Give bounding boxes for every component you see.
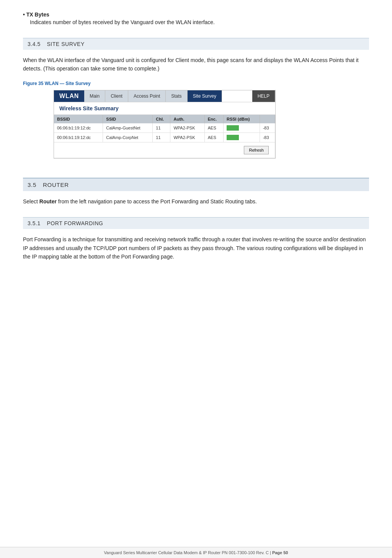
row2-chl: 11 — [153, 133, 170, 142]
bullet-desc: Indicates number of bytes received by th… — [30, 18, 369, 26]
col-ssid: SSID — [103, 115, 153, 123]
row1-rssi: -83 — [260, 123, 275, 133]
col-bssid: BSSID — [54, 115, 103, 123]
section-351-title: PORT FORWARDING — [47, 220, 103, 226]
col-rssi: RSSI (dBm) — [223, 115, 260, 123]
table-row: 06:06:b1:19:12:dc CalAmp-GuestNet 11 WPA… — [54, 123, 275, 133]
section-351-text: Port Forwarding is a technique for trans… — [23, 235, 369, 261]
row1-enc: AES — [204, 123, 223, 133]
col-empty — [260, 115, 275, 123]
section-345-num: 3.4.5 — [28, 41, 41, 47]
row2-bssid: 00:06:b1:19:12:dc — [54, 133, 103, 142]
row2-signal — [223, 133, 260, 142]
wlan-mockup: WLAN Main Client Access Point Stats Site… — [54, 90, 276, 159]
row2-rssi: -83 — [260, 133, 275, 142]
row1-chl: 11 — [153, 123, 170, 133]
bullet-section: TX Bytes Indicates number of bytes recei… — [23, 11, 369, 26]
section-35-header: 3.5 ROUTER — [23, 178, 369, 191]
row2-enc: AES — [204, 133, 223, 142]
wlan-logo: WLAN — [54, 90, 84, 102]
table-row: 00:06:b1:19:12:dc CalAmp-CorpNet 11 WPA2… — [54, 133, 275, 142]
wlan-tab-client[interactable]: Client — [105, 90, 128, 102]
footer-page: Page 50 — [272, 550, 288, 555]
section-345-text: When the WLAN interface of the Vanguard … — [23, 56, 369, 73]
section-345-header: 3.4.5 SITE SURVEY — [23, 38, 369, 50]
signal-bar-2 — [227, 135, 239, 140]
section-345-title: SITE SURVEY — [47, 41, 85, 47]
footer-bar: Vanguard Series Multicarrier Cellular Da… — [0, 547, 392, 558]
refresh-cell: Refresh — [54, 142, 275, 158]
section-345-body: When the WLAN interface of the Vanguard … — [23, 56, 369, 73]
col-chl: Chl. — [153, 115, 170, 123]
section-35-title: ROUTER — [43, 182, 69, 188]
bullet-label: TX Bytes — [23, 11, 369, 18]
footer-text: Vanguard Series Multicarrier Cellular Da… — [104, 550, 269, 555]
wlan-tab-sitesurvey[interactable]: Site Survey — [188, 90, 222, 102]
wlan-title-bar: Wireless Site Summary — [54, 102, 275, 115]
footer-separator: | — [270, 550, 271, 555]
wlan-tab-main[interactable]: Main — [84, 90, 105, 102]
wlan-tab-accesspoint[interactable]: Access Point — [128, 90, 166, 102]
bullet-item-txbytes: TX Bytes Indicates number of bytes recei… — [23, 11, 369, 26]
wlan-nav-bar: WLAN Main Client Access Point Stats Site… — [54, 90, 275, 102]
section-35-body: Select Router from the left navigation p… — [23, 197, 369, 206]
section-351-header: 3.5.1 PORT FORWARDING — [23, 217, 369, 229]
wlan-table-header-row: BSSID SSID Chl. Auth. Enc. RSSI (dBm) — [54, 115, 275, 123]
section-35-bold: Router — [39, 198, 57, 205]
section-351-num: 3.5.1 — [28, 220, 41, 226]
row1-auth: WPA2-PSK — [170, 123, 204, 133]
wlan-tab-stats[interactable]: Stats — [166, 90, 187, 102]
section-35-text: Select Router from the left navigation p… — [23, 197, 369, 206]
wlan-table-title: Wireless Site Summary — [59, 105, 119, 111]
section-351-body: Port Forwarding is a technique for trans… — [23, 235, 369, 261]
col-auth: Auth. — [170, 115, 204, 123]
figure-35-caption: Figure 35 WLAN — Site Survey — [23, 81, 369, 86]
refresh-button[interactable]: Refresh — [244, 146, 269, 154]
row1-signal — [223, 123, 260, 133]
row1-bssid: 06:06:b1:19:12:dc — [54, 123, 103, 133]
wlan-footer-row: Refresh — [54, 142, 275, 158]
col-enc: Enc. — [204, 115, 223, 123]
wlan-site-survey-table: BSSID SSID Chl. Auth. Enc. RSSI (dBm) 06… — [54, 115, 275, 158]
signal-bar-1 — [227, 125, 239, 131]
row1-ssid: CalAmp-GuestNet — [103, 123, 153, 133]
wlan-tab-help[interactable]: HELP — [252, 90, 275, 102]
row2-auth: WPA2-PSK — [170, 133, 204, 142]
section-35-num: 3.5 — [28, 182, 36, 188]
row2-ssid: CalAmp-CorpNet — [103, 133, 153, 142]
